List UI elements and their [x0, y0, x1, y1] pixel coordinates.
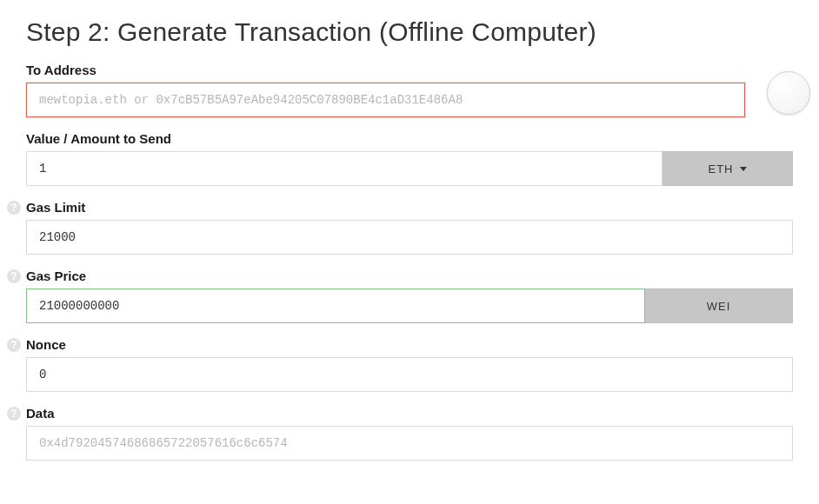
field-amount: Value / Amount to Send ETH — [26, 131, 793, 186]
to-address-input[interactable] — [26, 83, 745, 117]
amount-input[interactable] — [26, 151, 663, 186]
field-gas-limit: ? Gas Limit — [26, 200, 793, 255]
field-gas-price: ? Gas Price WEI — [26, 269, 793, 323]
page-title: Step 2: Generate Transaction (Offline Co… — [26, 17, 793, 47]
gas-price-input[interactable] — [26, 288, 645, 323]
field-data: ? Data — [26, 406, 793, 461]
nonce-input[interactable] — [26, 357, 793, 392]
data-input[interactable] — [26, 426, 793, 461]
help-icon[interactable]: ? — [7, 269, 21, 283]
help-icon[interactable]: ? — [7, 338, 21, 352]
amount-label: Value / Amount to Send — [26, 131, 793, 146]
help-icon[interactable]: ? — [7, 407, 21, 421]
gas-price-unit: WEI — [645, 288, 793, 323]
gas-price-label: Gas Price — [26, 269, 793, 283]
gas-limit-label: Gas Limit — [26, 200, 793, 215]
field-nonce: ? Nonce — [26, 337, 793, 392]
data-label: Data — [26, 406, 793, 421]
gas-limit-input[interactable] — [26, 220, 793, 255]
address-identicon — [767, 71, 810, 115]
currency-dropdown[interactable]: ETH — [663, 151, 793, 186]
field-to-address: To Address — [26, 63, 745, 117]
currency-dropdown-label: ETH — [709, 162, 734, 176]
to-address-label: To Address — [26, 63, 745, 77]
help-icon[interactable]: ? — [7, 201, 21, 215]
chevron-down-icon — [740, 167, 747, 171]
nonce-label: Nonce — [26, 337, 793, 352]
